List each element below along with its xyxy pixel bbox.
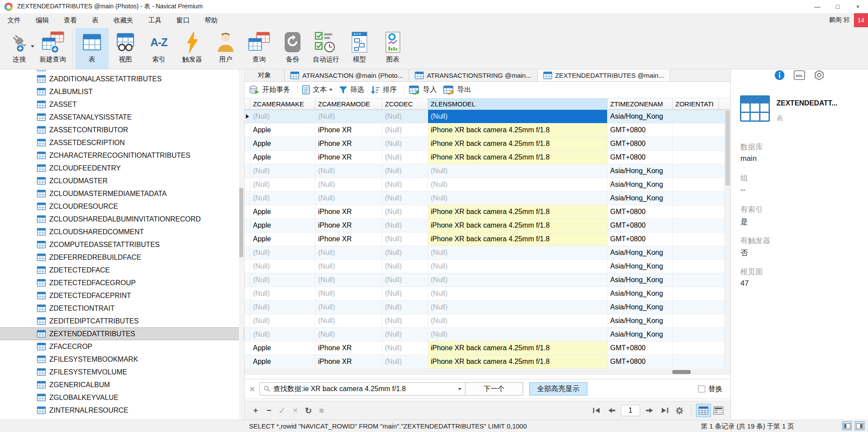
grid-cell[interactable]: GMT+0800 [608,205,673,219]
grid-cell[interactable]: Asia/Hong_Kong [608,314,673,328]
dropdown-caret-icon[interactable] [31,45,34,47]
settings-hexagon-icon[interactable] [814,70,824,82]
grid-cell[interactable]: Apple [250,205,315,219]
grid-cell[interactable]: GMT+0800 [608,137,673,151]
row-selector-gutter[interactable] [245,164,250,178]
grid-cell[interactable]: Apple [250,151,315,164]
row-selector-gutter[interactable] [245,219,250,232]
grid-cell[interactable] [673,137,730,151]
grid-cell[interactable]: (Null) [428,314,608,328]
toggle-left-panel-icon[interactable] [842,421,852,430]
row-selector-gutter[interactable] [245,246,250,260]
grid-cell[interactable]: iPhone XR [315,137,382,151]
grid-cell[interactable]: (Null) [382,232,428,246]
grid-cell[interactable]: Apple [250,355,315,369]
grid-cell[interactable]: (Null) [382,355,428,369]
grid-cell[interactable]: (Null) [382,328,428,341]
grid-cell[interactable] [673,151,730,164]
grid-cell[interactable]: iPhone XR back camera 4.25mm f/1.8 [428,219,608,232]
sidebar-item-zdeferredrebuildface[interactable]: ZDEFERREDREBUILDFACE [0,251,244,264]
tab-1[interactable]: ATRANSACTION @main (Photo... [285,69,409,81]
row-selector-gutter[interactable] [245,287,250,301]
sidebar-item-zinternalresource[interactable]: ZINTERNALRESOURCE [0,404,244,417]
grid-cell[interactable]: (Null) [382,301,428,314]
grid-cell[interactable]: iPhone XR [315,232,382,246]
grid-cell[interactable]: (Null) [250,260,315,273]
row-selector-gutter[interactable] [245,273,250,287]
sidebar-item-zcharacterrecognitionattributes[interactable]: ZCHARACTERRECOGNITIONATTRIBUTES [0,149,244,162]
ddl-icon[interactable]: DDL [794,70,805,82]
grid-cell[interactable] [673,260,730,273]
row-selector-gutter[interactable] [245,178,250,192]
sidebar-item-zcloudmaster[interactable]: ZCLOUDMASTER [0,174,244,187]
column-header-zorientati[interactable]: ZORIENTATI [673,98,719,109]
notification-badge[interactable]: 14 [854,13,868,27]
grid-cell[interactable]: (Null) [382,219,428,232]
grid-cell[interactable]: Asia/Hong_Kong [608,301,673,314]
row-selector-gutter[interactable] [245,123,250,137]
grid-hscrollbar-thumb[interactable] [672,370,691,374]
grid-cell[interactable]: Asia/Hong_Kong [608,164,673,178]
minimize-button[interactable]: — [807,0,828,13]
row-selector-gutter[interactable] [245,205,250,219]
row-selector-gutter[interactable] [245,137,250,151]
maximize-button[interactable]: □ [828,0,848,13]
sidebar-item-zcloudsharedalbuminvitationrecord[interactable]: ZCLOUDSHAREDALBUMINVITATIONRECORD [0,213,244,225]
menu-item[interactable]: 编辑 [28,13,56,27]
grid-cell[interactable]: iPhone XR [315,355,382,369]
grid-cell[interactable]: Apple [250,219,315,232]
grid-cell[interactable]: Apple [250,123,315,137]
grid-cell[interactable]: iPhone XR back camera 4.25mm f/1.8 [428,137,608,151]
column-header-zcameramake[interactable]: ZCAMERAMAKE [250,98,315,109]
first-page-button[interactable] [589,407,604,414]
last-page-button[interactable] [657,407,672,414]
grid-cell[interactable]: (Null) [250,328,315,341]
grid-cell[interactable]: (Null) [382,178,428,192]
grid-cell[interactable]: (Null) [315,301,382,314]
grid-cell[interactable]: (Null) [382,110,428,123]
form-view-button[interactable] [711,404,726,417]
toolbar-connection-button[interactable]: 连接 [3,28,36,69]
grid-cell[interactable]: (Null) [428,287,608,301]
grid-cell[interactable] [673,232,730,246]
delete-record-button[interactable]: − [262,406,275,415]
sidebar-item-zfilesystemvolume[interactable]: ZFILESYSTEMVOLUME [0,366,244,378]
grid-cell[interactable]: GMT+0800 [608,123,673,137]
close-button[interactable]: × [848,0,868,13]
menu-item[interactable]: 收藏夹 [106,13,141,27]
toggle-right-panel-icon[interactable] [855,421,864,430]
grid-cell[interactable]: GMT+0800 [608,219,673,232]
grid-cell[interactable]: iPhone XR [315,151,382,164]
grid-cell[interactable] [673,287,730,301]
sidebar-item-zasset[interactable]: ZASSET [0,98,244,111]
column-header-zcodec[interactable]: ZCODEC [382,98,428,109]
grid-cell[interactable]: (Null) [428,328,608,341]
column-header-zlensmodel[interactable]: ZLENSMODEL [428,98,608,109]
grid-cell[interactable]: (Null) [428,110,608,123]
grid-cell[interactable]: GMT+0800 [608,341,673,355]
next-page-button[interactable] [642,407,657,414]
grid-cell[interactable]: Asia/Hong_Kong [608,328,673,341]
sidebar-item-partial[interactable] [0,69,244,73]
sidebar-item-zadditionalassetattributes[interactable]: ZADDITIONALASSETATTRIBUTES [0,73,244,85]
grid-cell[interactable]: (Null) [382,192,428,205]
replace-checkbox[interactable] [698,385,705,392]
toolbar-index-button[interactable]: A-Z索引 [142,28,176,69]
grid-cell[interactable] [673,123,730,137]
grid-cell[interactable]: iPhone XR [315,123,382,137]
grid-cell[interactable]: (Null) [382,137,428,151]
grid-cell[interactable]: (Null) [428,273,608,287]
grid-cell[interactable]: iPhone XR [315,205,382,219]
sidebar-item-zdetectedface[interactable]: ZDETECTEDFACE [0,264,244,276]
grid-cell[interactable] [673,178,730,192]
grid-cell[interactable]: (Null) [315,314,382,328]
grid-cell[interactable]: iPhone XR back camera 4.25mm f/1.8 [428,123,608,137]
grid-cell[interactable]: iPhone XR back camera 4.25mm f/1.8 [428,205,608,219]
grid-cell[interactable]: Apple [250,232,315,246]
grid-cell[interactable]: (Null) [250,192,315,205]
grid-horizontal-scrollbar[interactable] [245,369,730,375]
sidebar-item-zcloudmastermediametadata[interactable]: ZCLOUDMASTERMEDIAMETADATA [0,187,244,200]
menu-item[interactable]: 窗口 [169,13,197,27]
sidebar-item-zcloudfeedentry[interactable]: ZCLOUDFEEDENTRY [0,162,244,174]
tab-3[interactable]: ZEXTENDEDATTRIBUTES @main... [538,69,670,81]
